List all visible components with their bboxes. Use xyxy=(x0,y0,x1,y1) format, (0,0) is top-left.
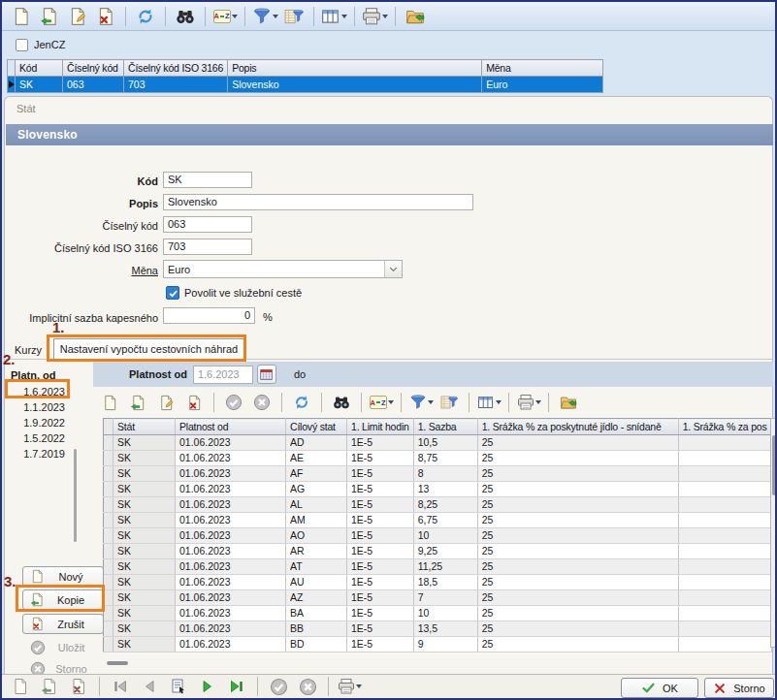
rate-row[interactable]: SK 01.06.2023 AF 1E-5 8 25 xyxy=(104,466,772,482)
storno-button[interactable]: Storno xyxy=(704,678,774,698)
prev-record-button[interactable] xyxy=(137,675,162,698)
mena-combobox[interactable]: Euro xyxy=(163,260,403,278)
chevron-down-icon[interactable] xyxy=(232,15,238,18)
copy-button[interactable] xyxy=(37,5,62,28)
filter-button[interactable] xyxy=(408,391,434,414)
cell-srazka-snidane: 25 xyxy=(477,513,678,528)
cell-stat: SK xyxy=(113,575,176,590)
rate-row[interactable]: SK 01.06.2023 AR 1E-5 9,25 25 xyxy=(104,544,772,559)
combo-dropdown-button[interactable] xyxy=(384,261,402,277)
next-record-button[interactable] xyxy=(195,675,220,698)
col-limit-hodin[interactable]: 1. Limit hodin xyxy=(347,419,414,435)
refresh-button[interactable] xyxy=(133,5,158,28)
refresh-button[interactable] xyxy=(289,391,314,414)
chevron-down-icon[interactable] xyxy=(382,15,388,18)
col-stat[interactable]: Stát xyxy=(113,419,176,435)
cancel-button[interactable] xyxy=(295,675,320,698)
chevron-down-icon[interactable] xyxy=(356,684,362,688)
filter-grid-button[interactable] xyxy=(281,5,307,28)
col-sazba[interactable]: 1. Sazba xyxy=(413,419,477,435)
rate-row[interactable]: SK 01.06.2023 AG 1E-5 13 25 xyxy=(104,482,772,497)
sort-az-button[interactable]: AZ xyxy=(212,5,238,28)
first-record-button[interactable] xyxy=(108,675,133,698)
chevron-down-icon[interactable] xyxy=(535,400,541,404)
search-button[interactable] xyxy=(173,5,198,28)
columns-button[interactable] xyxy=(321,5,347,28)
rate-row[interactable]: SK 01.06.2023 AZ 1E-5 7 25 xyxy=(104,590,772,606)
rate-row[interactable]: SK 01.06.2023 AO 1E-5 10 25 xyxy=(104,528,772,544)
ok-button[interactable]: OK xyxy=(621,678,698,698)
mena-label[interactable]: Měna xyxy=(5,264,158,277)
rate-row[interactable]: SK 01.06.2023 AE 1E-5 8,75 25 xyxy=(104,451,772,466)
print-button[interactable] xyxy=(337,675,362,698)
rate-row[interactable]: SK 01.06.2023 AL 1E-5 8,25 25 xyxy=(104,497,772,513)
chevron-down-icon[interactable] xyxy=(496,400,502,404)
col-kod[interactable]: Kód xyxy=(16,60,63,77)
new-button[interactable] xyxy=(97,391,122,414)
rate-row[interactable]: SK 01.06.2023 AM 1E-5 6,75 25 xyxy=(104,513,772,528)
copy-button[interactable] xyxy=(37,675,62,698)
kod-input[interactable]: SK xyxy=(163,172,252,188)
date-list-item[interactable]: 1.9.2022 xyxy=(8,415,70,430)
rate-row[interactable]: SK 01.06.2023 AU 1E-5 18,5 25 xyxy=(104,575,772,590)
search-button[interactable] xyxy=(329,391,354,414)
last-record-button[interactable] xyxy=(224,675,249,698)
accept-button[interactable] xyxy=(221,391,246,414)
accept-button[interactable] xyxy=(266,675,291,698)
col-ciselny-kod[interactable]: Číselný kód xyxy=(63,60,124,77)
chevron-down-icon[interactable] xyxy=(388,400,394,404)
jencz-checkbox[interactable] xyxy=(16,39,28,51)
rate-row[interactable]: SK 01.06.2023 AT 1E-5 11,25 25 xyxy=(104,559,772,575)
date-list-item[interactable]: 1.1.2023 xyxy=(8,399,70,415)
col-mena[interactable]: Měna xyxy=(482,60,603,77)
filter-grid-button[interactable] xyxy=(437,391,462,414)
date-list-item[interactable]: 1.7.2019 xyxy=(8,446,70,461)
cancel-button[interactable] xyxy=(249,391,275,414)
ciselny-kod-input[interactable]: 063 xyxy=(163,216,252,233)
rate-row[interactable]: SK 01.06.2023 AD 1E-5 10,5 25 xyxy=(104,435,772,451)
sort-az-button[interactable]: AZ xyxy=(369,391,394,414)
col-popis[interactable]: Popis xyxy=(228,60,482,77)
col-cilovy-stat[interactable]: Cílový stat xyxy=(286,419,347,435)
form-view-button[interactable] xyxy=(166,675,191,698)
new-button[interactable] xyxy=(9,5,34,28)
copy-button[interactable] xyxy=(125,391,150,414)
export-button[interactable] xyxy=(403,5,428,28)
separator xyxy=(469,393,469,412)
rate-row[interactable]: SK 01.06.2023 BA 1E-5 10 25 xyxy=(104,606,772,621)
new-button[interactable] xyxy=(8,675,33,698)
print-button[interactable] xyxy=(516,391,541,414)
popis-input[interactable]: Slovensko xyxy=(163,194,473,210)
iso-input[interactable]: 703 xyxy=(163,239,252,255)
col-srazka-snidane[interactable]: 1. Srážka % za poskytnuté jídlo - snídan… xyxy=(477,419,678,435)
chevron-down-icon[interactable] xyxy=(428,400,434,404)
country-row-selected[interactable]: SK 063 703 Slovensko Euro xyxy=(8,77,603,93)
platnost-od-input[interactable]: 1.6.2023 xyxy=(193,366,253,384)
table-horizontal-scrollbar[interactable] xyxy=(107,661,128,665)
tab-kurzy[interactable]: Kurzy xyxy=(15,341,42,360)
export-button[interactable] xyxy=(556,391,581,414)
implicitni-input[interactable]: 0 xyxy=(163,307,255,324)
chevron-down-icon[interactable] xyxy=(273,15,278,18)
edit-button[interactable] xyxy=(65,5,90,28)
rate-row[interactable]: SK 01.06.2023 BD 1E-5 9 25 xyxy=(104,637,772,652)
date-list-scrollbar[interactable] xyxy=(74,449,77,542)
print-button[interactable] xyxy=(362,5,388,28)
delete-button[interactable] xyxy=(181,391,207,414)
col-iso[interactable]: Číselný kód ISO 3166 xyxy=(124,60,228,77)
edit-button[interactable] xyxy=(153,391,178,414)
chevron-down-icon[interactable] xyxy=(341,15,347,18)
delete-button[interactable] xyxy=(93,5,118,28)
col-srazka-pos[interactable]: 1. Srážka % za pos xyxy=(678,419,771,435)
filter-button[interactable] xyxy=(252,5,278,28)
delete-button[interactable] xyxy=(66,675,91,698)
columns-button[interactable] xyxy=(476,391,502,414)
calendar-button[interactable] xyxy=(257,365,276,384)
rate-row[interactable]: SK 01.06.2023 BB 1E-5 13,5 25 xyxy=(104,621,772,637)
date-list-item[interactable]: 1.5.2022 xyxy=(8,430,70,446)
povolit-checkbox[interactable] xyxy=(166,286,179,300)
table-vertical-scrollbar[interactable] xyxy=(770,418,777,648)
col-platnost-od[interactable]: Platnost od xyxy=(176,419,286,435)
zrusit-button[interactable]: Zrušit xyxy=(22,614,104,634)
novy-button[interactable]: Nový xyxy=(22,566,104,587)
